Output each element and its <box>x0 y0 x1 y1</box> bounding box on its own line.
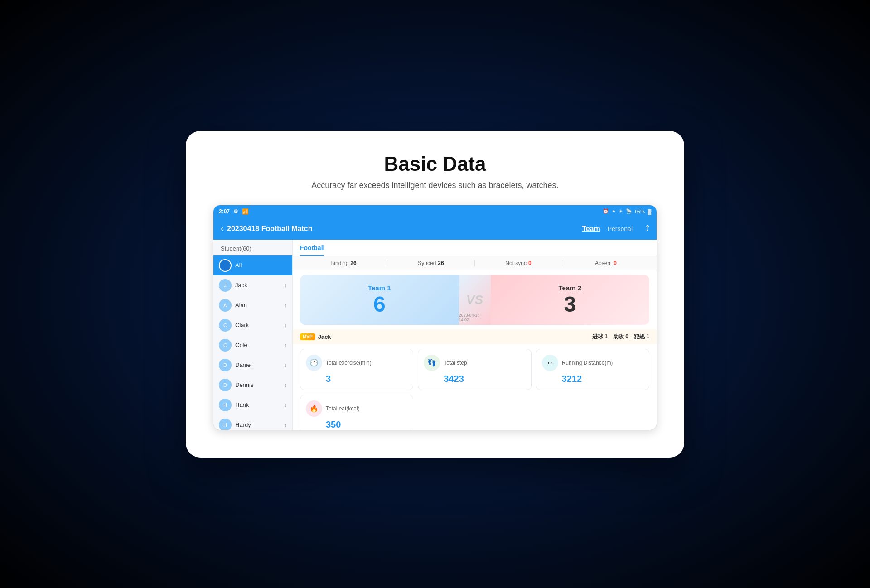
avatar-hardy: H <box>219 419 232 430</box>
sidebar-item-alan[interactable]: A Alan ↕ <box>213 295 292 315</box>
stats-bar: Binding 26 Synced 26 Not sync 0 Absent <box>293 256 657 270</box>
exercise-label: Total exercise(min) <box>326 360 372 366</box>
calories-value: 350 <box>306 419 407 430</box>
exercise-icon: 🕐 <box>306 355 322 371</box>
avatar-dennis: D <box>219 379 232 391</box>
sidebar-item-cole[interactable]: C Cole ↕ <box>213 335 292 355</box>
badge-jack: ↕ <box>285 283 287 288</box>
avatar-cole: C <box>219 339 232 352</box>
mvp-badge: MVP Jack <box>300 333 331 340</box>
score-section: Team 1 6 VS 2023-04-18 14:02 Team 2 3 <box>300 275 649 325</box>
mvp-label: MVP <box>300 333 315 340</box>
tab-personal[interactable]: Personal <box>608 225 633 232</box>
badge-daniel: ↕ <box>285 362 287 368</box>
sidebar-item-jack[interactable]: J Jack ↕ <box>213 275 292 295</box>
assists-label: 助攻 <box>613 333 624 340</box>
binding-label: Binding <box>330 260 348 266</box>
sidebar-item-daniel[interactable]: D Daniel ↕ <box>213 355 292 375</box>
sidebar-name-daniel: Daniel <box>235 361 281 368</box>
mvp-stat-fouls: 犯规 1 <box>634 333 649 341</box>
avatar-jack: J <box>219 279 232 292</box>
stats-binding: Binding 26 <box>300 260 387 266</box>
absent-value: 0 <box>614 260 617 266</box>
main-card: Basic Data Accuracy far exceeds intellig… <box>186 131 684 458</box>
badge-hank: ↕ <box>285 402 287 408</box>
nav-title: 20230418 Football Match <box>227 225 582 233</box>
match-date: 2023-04-18 14:02 <box>459 313 491 322</box>
notsync-value: 0 <box>528 260 532 266</box>
calories-label: Total eat(kcal) <box>326 405 360 412</box>
team1-score: 6 <box>373 294 386 315</box>
stats-cards-row2: 🔥 Total eat(kcal) 350 <box>293 395 657 430</box>
status-bar: 2:07 ⚙ 📶 ⏰ ✦ ☀ 📡 95% ▓ <box>213 205 657 218</box>
card-exercise-header: 🕐 Total exercise(min) <box>306 355 407 371</box>
sidebar-item-clark[interactable]: C Clark ↕ <box>213 315 292 335</box>
avatar-alan: A <box>219 299 232 312</box>
badge-alan: ↕ <box>285 303 287 308</box>
status-bar-left: 2:07 ⚙ 📶 <box>219 208 249 215</box>
steps-label: Total step <box>444 360 467 366</box>
back-button[interactable]: ‹ <box>221 224 223 233</box>
nav-bar: ‹ 20230418 Football Match Team Personal … <box>213 218 657 240</box>
badge-hardy: ↕ <box>285 422 287 428</box>
sidebar: Student(60) 👤 All J Jack ↕ A <box>213 240 293 430</box>
synced-value: 26 <box>438 260 444 266</box>
vs-text: VS <box>466 293 483 307</box>
mvp-name: Jack <box>318 333 331 340</box>
sidebar-item-dennis[interactable]: D Dennis ↕ <box>213 375 292 395</box>
status-time: 2:07 <box>219 208 230 215</box>
page-subtitle: Accuracy far exceeds intelligent devices… <box>213 181 657 190</box>
fouls-value: 1 <box>646 333 649 340</box>
card-steps: 👣 Total step 3423 <box>418 349 531 390</box>
distance-value: 3212 <box>542 374 643 384</box>
avatar-hank: H <box>219 399 232 411</box>
badge-clark: ↕ <box>285 323 287 328</box>
sidebar-name-hardy: Hardy <box>235 421 281 428</box>
card-distance: ↔ Running Distance(m) 3212 <box>536 349 649 390</box>
sidebar-name-alan: Alan <box>235 302 281 308</box>
battery-level: 95% <box>635 209 645 214</box>
team2-name: Team 2 <box>558 284 581 292</box>
battery-icon: ▓ <box>648 209 651 214</box>
nav-tabs: Team Personal ⤴ <box>582 224 649 233</box>
sidebar-name-jack: Jack <box>235 282 281 289</box>
exercise-value: 3 <box>306 374 407 384</box>
synced-label: Synced <box>418 260 436 266</box>
team1-side: Team 1 6 <box>300 275 459 325</box>
clock-icon: ⏰ <box>603 208 609 214</box>
card-distance-header: ↔ Running Distance(m) <box>542 355 643 371</box>
all-avatar: 👤 <box>219 259 232 272</box>
tab-football[interactable]: Football <box>300 244 324 256</box>
team2-side: Team 2 3 <box>491 275 650 325</box>
sidebar-item-hardy[interactable]: H Hardy ↕ <box>213 415 292 430</box>
team1-name: Team 1 <box>368 284 391 292</box>
assists-value: 0 <box>625 333 628 340</box>
share-button[interactable]: ⤴ <box>645 224 649 233</box>
sidebar-name-hank: Hank <box>235 401 281 408</box>
binding-value: 26 <box>350 260 356 266</box>
card-steps-header: 👣 Total step <box>424 355 525 371</box>
brightness-icon: ☀ <box>619 208 623 214</box>
avatar-clark: C <box>219 319 232 332</box>
sidebar-header: Student(60) <box>213 240 292 255</box>
sidebar-name-dennis: Dennis <box>235 381 281 388</box>
steps-icon: 👣 <box>424 355 440 371</box>
mvp-stats: 进球 1 助攻 0 犯规 1 <box>592 333 649 341</box>
stats-cards: 🕐 Total exercise(min) 3 👣 <box>293 344 657 395</box>
sidebar-name-clark: Clark <box>235 322 281 328</box>
fouls-label: 犯规 <box>634 333 645 340</box>
content-area: Football Binding 26 Synced 26 N <box>293 240 657 430</box>
tabs-bar: Football <box>293 240 657 256</box>
absent-label: Absent <box>595 260 612 266</box>
calories-icon: 🔥 <box>306 400 322 417</box>
mvp-stat-assists: 助攻 0 <box>613 333 628 341</box>
stats-absent: Absent 0 <box>562 260 649 266</box>
avatar-daniel: D <box>219 359 232 371</box>
team2-score: 3 <box>564 294 576 315</box>
main-layout: Student(60) 👤 All J Jack ↕ A <box>213 240 657 430</box>
tab-team[interactable]: Team <box>582 225 600 233</box>
sidebar-item-hank[interactable]: H Hank ↕ <box>213 395 292 415</box>
sidebar-item-all[interactable]: 👤 All <box>213 255 292 275</box>
goals-label: 进球 <box>592 333 603 340</box>
sidebar-item-label-all: All <box>235 262 287 269</box>
